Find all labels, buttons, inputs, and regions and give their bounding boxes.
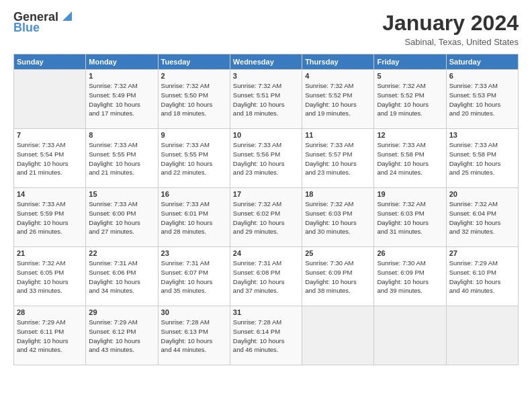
table-row: 24Sunrise: 7:31 AMSunset: 6:08 PMDayligh… — [230, 247, 302, 306]
day-number: 9 — [161, 131, 227, 139]
table-row: 1Sunrise: 7:32 AMSunset: 5:49 PMDaylight… — [86, 70, 158, 129]
day-number: 31 — [233, 308, 299, 316]
col-sunday: Sunday — [14, 54, 86, 70]
table-row: 25Sunrise: 7:30 AMSunset: 6:09 PMDayligh… — [302, 247, 374, 306]
day-number: 7 — [17, 131, 83, 139]
logo: General Blue — [13, 11, 75, 35]
day-number: 10 — [233, 131, 299, 139]
table-row: 18Sunrise: 7:32 AMSunset: 6:03 PMDayligh… — [302, 188, 374, 247]
table-row — [446, 306, 518, 365]
day-info: Sunrise: 7:28 AMSunset: 6:13 PMDaylight:… — [161, 318, 227, 355]
day-number: 5 — [377, 72, 443, 80]
day-number: 11 — [305, 131, 371, 139]
page: General Blue January 2024 Sabinal, Texas… — [0, 0, 532, 411]
col-thursday: Thursday — [302, 54, 374, 70]
day-info: Sunrise: 7:32 AMSunset: 6:03 PMDaylight:… — [377, 199, 443, 236]
day-info: Sunrise: 7:29 AMSunset: 6:10 PMDaylight:… — [449, 259, 515, 295]
day-number: 25 — [305, 249, 371, 257]
day-info: Sunrise: 7:28 AMSunset: 6:14 PMDaylight:… — [233, 318, 299, 355]
table-row: 26Sunrise: 7:30 AMSunset: 6:09 PMDayligh… — [374, 247, 446, 306]
day-info: Sunrise: 7:31 AMSunset: 6:07 PMDaylight:… — [161, 259, 227, 295]
day-number: 28 — [17, 308, 83, 316]
day-number: 15 — [89, 190, 154, 198]
col-tuesday: Tuesday — [158, 54, 230, 70]
day-info: Sunrise: 7:33 AMSunset: 5:54 PMDaylight:… — [17, 140, 83, 177]
calendar-week-row: 21Sunrise: 7:32 AMSunset: 6:05 PMDayligh… — [14, 247, 519, 306]
table-row: 20Sunrise: 7:32 AMSunset: 6:04 PMDayligh… — [446, 188, 518, 247]
table-row: 17Sunrise: 7:32 AMSunset: 6:02 PMDayligh… — [230, 188, 302, 247]
day-number: 4 — [305, 72, 371, 80]
day-number: 23 — [161, 249, 227, 257]
table-row: 4Sunrise: 7:32 AMSunset: 5:52 PMDaylight… — [302, 70, 374, 129]
day-number: 12 — [377, 131, 443, 139]
day-info: Sunrise: 7:32 AMSunset: 5:51 PMDaylight:… — [233, 81, 299, 118]
day-info: Sunrise: 7:32 AMSunset: 6:05 PMDaylight:… — [17, 259, 83, 295]
svg-marker-0 — [62, 11, 72, 21]
table-row: 2Sunrise: 7:32 AMSunset: 5:50 PMDaylight… — [158, 70, 230, 129]
col-monday: Monday — [86, 54, 158, 70]
table-row: 12Sunrise: 7:33 AMSunset: 5:58 PMDayligh… — [374, 129, 446, 188]
table-row: 28Sunrise: 7:29 AMSunset: 6:11 PMDayligh… — [14, 306, 86, 365]
table-row: 23Sunrise: 7:31 AMSunset: 6:07 PMDayligh… — [158, 247, 230, 306]
day-info: Sunrise: 7:32 AMSunset: 5:52 PMDaylight:… — [377, 81, 443, 118]
day-number: 26 — [377, 249, 443, 257]
table-row: 30Sunrise: 7:28 AMSunset: 6:13 PMDayligh… — [158, 306, 230, 365]
table-row: 16Sunrise: 7:33 AMSunset: 6:01 PMDayligh… — [158, 188, 230, 247]
logo-icon — [60, 9, 75, 24]
day-info: Sunrise: 7:29 AMSunset: 6:11 PMDaylight:… — [17, 318, 83, 355]
table-row — [374, 306, 446, 365]
day-info: Sunrise: 7:30 AMSunset: 6:09 PMDaylight:… — [377, 259, 443, 295]
day-number: 18 — [305, 190, 371, 198]
day-number: 3 — [233, 72, 299, 80]
calendar-week-row: 1Sunrise: 7:32 AMSunset: 5:49 PMDaylight… — [14, 70, 519, 129]
day-info: Sunrise: 7:29 AMSunset: 6:12 PMDaylight:… — [89, 318, 154, 355]
table-row: 31Sunrise: 7:28 AMSunset: 6:14 PMDayligh… — [230, 306, 302, 365]
table-row: 6Sunrise: 7:33 AMSunset: 5:53 PMDaylight… — [446, 70, 518, 129]
calendar-week-row: 7Sunrise: 7:33 AMSunset: 5:54 PMDaylight… — [14, 129, 519, 188]
day-number: 6 — [449, 72, 515, 80]
table-row: 10Sunrise: 7:33 AMSunset: 5:56 PMDayligh… — [230, 129, 302, 188]
table-row: 15Sunrise: 7:33 AMSunset: 6:00 PMDayligh… — [86, 188, 158, 247]
day-number: 20 — [449, 190, 515, 198]
day-number: 13 — [449, 131, 515, 139]
day-number: 30 — [161, 308, 227, 316]
day-number: 14 — [17, 190, 83, 198]
day-info: Sunrise: 7:31 AMSunset: 6:06 PMDaylight:… — [89, 259, 154, 295]
calendar-week-row: 28Sunrise: 7:29 AMSunset: 6:11 PMDayligh… — [14, 306, 519, 365]
table-row — [302, 306, 374, 365]
day-number: 21 — [17, 249, 83, 257]
day-info: Sunrise: 7:33 AMSunset: 5:59 PMDaylight:… — [17, 199, 83, 236]
table-row: 14Sunrise: 7:33 AMSunset: 5:59 PMDayligh… — [14, 188, 86, 247]
calendar-table: Sunday Monday Tuesday Wednesday Thursday… — [13, 54, 519, 365]
day-number: 29 — [89, 308, 154, 316]
table-row: 8Sunrise: 7:33 AMSunset: 5:55 PMDaylight… — [86, 129, 158, 188]
day-info: Sunrise: 7:32 AMSunset: 6:03 PMDaylight:… — [305, 199, 371, 236]
day-info: Sunrise: 7:33 AMSunset: 5:56 PMDaylight:… — [233, 140, 299, 177]
day-info: Sunrise: 7:30 AMSunset: 6:09 PMDaylight:… — [305, 259, 371, 295]
day-info: Sunrise: 7:33 AMSunset: 5:55 PMDaylight:… — [89, 140, 154, 177]
calendar-week-row: 14Sunrise: 7:33 AMSunset: 5:59 PMDayligh… — [14, 188, 519, 247]
day-info: Sunrise: 7:33 AMSunset: 6:01 PMDaylight:… — [161, 199, 227, 236]
table-row: 11Sunrise: 7:33 AMSunset: 5:57 PMDayligh… — [302, 129, 374, 188]
day-number: 24 — [233, 249, 299, 257]
day-number: 8 — [89, 131, 154, 139]
day-number: 17 — [233, 190, 299, 198]
table-row: 19Sunrise: 7:32 AMSunset: 6:03 PMDayligh… — [374, 188, 446, 247]
day-number: 19 — [377, 190, 443, 198]
day-info: Sunrise: 7:33 AMSunset: 6:00 PMDaylight:… — [89, 199, 154, 236]
day-info: Sunrise: 7:33 AMSunset: 5:53 PMDaylight:… — [449, 81, 515, 118]
day-info: Sunrise: 7:33 AMSunset: 5:58 PMDaylight:… — [377, 140, 443, 177]
day-info: Sunrise: 7:31 AMSunset: 6:08 PMDaylight:… — [233, 259, 299, 295]
table-row: 3Sunrise: 7:32 AMSunset: 5:51 PMDaylight… — [230, 70, 302, 129]
header: General Blue January 2024 Sabinal, Texas… — [13, 11, 519, 47]
day-number: 27 — [449, 249, 515, 257]
table-row: 5Sunrise: 7:32 AMSunset: 5:52 PMDaylight… — [374, 70, 446, 129]
day-number: 2 — [161, 72, 227, 80]
day-number: 1 — [89, 72, 154, 80]
day-info: Sunrise: 7:32 AMSunset: 5:50 PMDaylight:… — [161, 81, 227, 118]
table-row: 29Sunrise: 7:29 AMSunset: 6:12 PMDayligh… — [86, 306, 158, 365]
table-row: 27Sunrise: 7:29 AMSunset: 6:10 PMDayligh… — [446, 247, 518, 306]
table-row: 9Sunrise: 7:33 AMSunset: 5:55 PMDaylight… — [158, 129, 230, 188]
table-row: 21Sunrise: 7:32 AMSunset: 6:05 PMDayligh… — [14, 247, 86, 306]
day-info: Sunrise: 7:32 AMSunset: 6:04 PMDaylight:… — [449, 199, 515, 236]
